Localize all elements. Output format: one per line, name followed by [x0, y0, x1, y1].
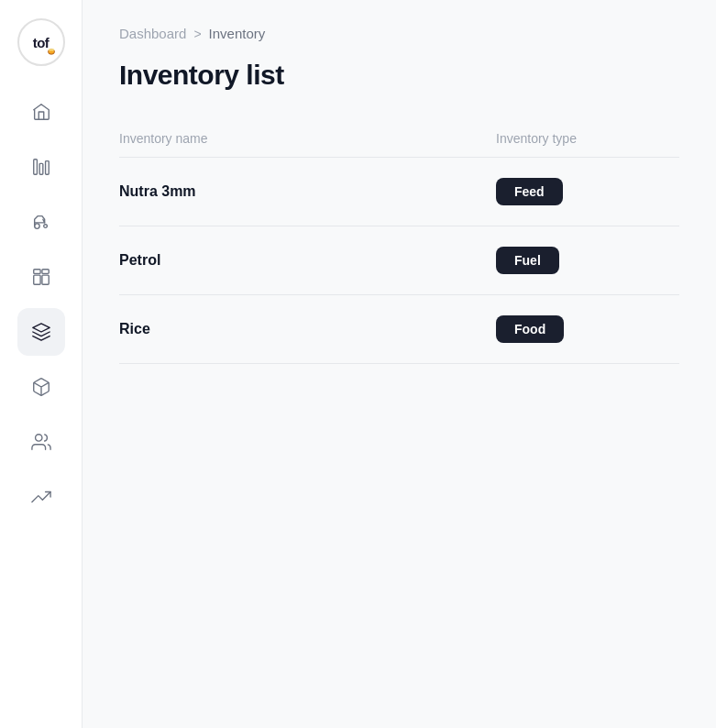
type-badge-0: Feed — [496, 178, 563, 205]
breadcrumb-separator: > — [193, 27, 201, 41]
breadcrumb-dashboard[interactable]: Dashboard — [119, 26, 186, 41]
svg-rect-6 — [45, 161, 49, 175]
svg-point-7 — [34, 224, 39, 229]
svg-rect-10 — [41, 270, 48, 274]
table-header: Inventory name Inventory type — [119, 124, 679, 158]
sidebar-item-box[interactable] — [17, 363, 65, 411]
sidebar-item-home[interactable] — [17, 88, 65, 136]
type-badge-2: Food — [496, 315, 564, 343]
sidebar: tof — [0, 0, 83, 728]
type-badge-1: Fuel — [496, 247, 559, 274]
svg-rect-11 — [33, 275, 39, 284]
inventory-table: Inventory name Inventory type Nutra 3mm … — [119, 124, 679, 364]
svg-point-8 — [43, 225, 47, 228]
col-header-type: Inventory type — [496, 131, 679, 146]
svg-rect-9 — [33, 270, 39, 274]
row-type-0: Feed — [496, 178, 679, 205]
breadcrumb: Dashboard > Inventory — [119, 26, 679, 41]
svg-rect-5 — [39, 163, 43, 174]
sidebar-item-users[interactable] — [17, 418, 65, 466]
sidebar-item-equipment[interactable] — [17, 198, 65, 246]
row-type-2: Food — [496, 315, 679, 343]
svg-rect-4 — [33, 160, 37, 175]
row-name-2: Rice — [119, 321, 496, 337]
breadcrumb-inventory[interactable]: Inventory — [209, 26, 266, 41]
row-name-1: Petrol — [119, 252, 496, 269]
page-title: Inventory list — [119, 60, 679, 91]
app-logo: tof — [17, 18, 65, 66]
main-content: Dashboard > Inventory Inventory list Inv… — [83, 0, 716, 728]
sidebar-item-layout[interactable] — [17, 253, 65, 301]
svg-point-3 — [50, 49, 54, 51]
sidebar-item-inventory[interactable] — [17, 308, 65, 356]
sidebar-item-charts[interactable] — [17, 143, 65, 191]
svg-rect-12 — [41, 275, 48, 284]
table-row[interactable]: Nutra 3mm Feed — [119, 158, 679, 226]
logo-text: tof — [33, 35, 50, 50]
table-row[interactable]: Rice Food — [119, 295, 679, 364]
sidebar-item-trending[interactable] — [17, 473, 65, 521]
row-name-0: Nutra 3mm — [119, 183, 496, 200]
col-header-name: Inventory name — [119, 131, 496, 146]
row-type-1: Fuel — [496, 247, 679, 274]
svg-point-13 — [35, 435, 41, 441]
table-row[interactable]: Petrol Fuel — [119, 226, 679, 295]
